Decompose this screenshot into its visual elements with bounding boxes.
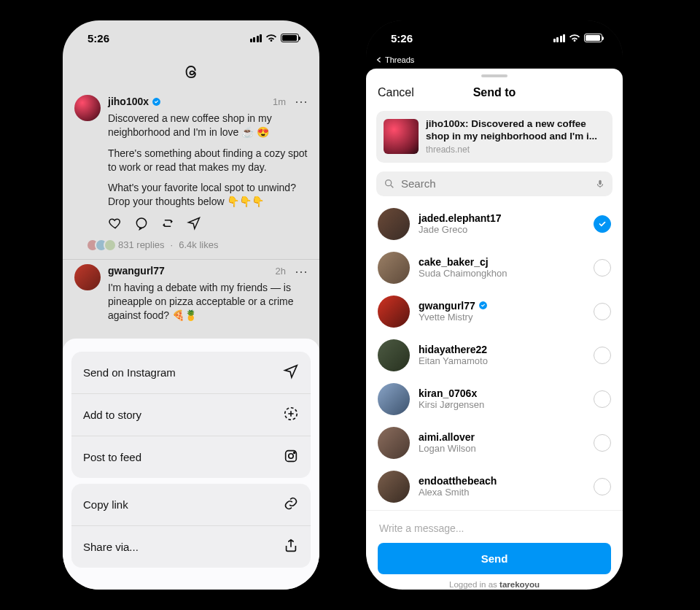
likes-count[interactable]: 6.4k likes bbox=[179, 239, 218, 252]
search-icon bbox=[384, 178, 395, 190]
logged-in-as: Logged in as tarekoyou bbox=[378, 574, 611, 590]
svg-point-5 bbox=[294, 452, 295, 454]
svg-point-4 bbox=[289, 454, 293, 458]
contact-row[interactable]: gwangurl77Yvette Mistry bbox=[366, 290, 623, 333]
select-radio[interactable] bbox=[594, 259, 611, 277]
select-radio[interactable] bbox=[594, 303, 611, 320]
select-radio[interactable] bbox=[594, 478, 611, 495]
svg-rect-7 bbox=[599, 180, 602, 185]
avatar bbox=[378, 296, 410, 328]
phone-threads: 5:26 jiho100x bbox=[63, 20, 319, 590]
avatar bbox=[378, 339, 410, 371]
cancel-button[interactable]: Cancel bbox=[378, 86, 414, 99]
grabber[interactable] bbox=[481, 74, 508, 77]
contact-fullname: Yvette Mistry bbox=[419, 312, 585, 323]
add-story-icon bbox=[283, 406, 299, 424]
link-icon bbox=[283, 495, 299, 514]
post-text: Discovered a new coffee shop in my neigh… bbox=[108, 112, 308, 209]
wifi-icon bbox=[569, 34, 580, 42]
search-input[interactable] bbox=[401, 177, 589, 190]
contact-fullname: Eitan Yamamoto bbox=[419, 355, 585, 367]
contact-fullname: Suda Chaimongkhon bbox=[419, 268, 585, 279]
svg-point-6 bbox=[386, 179, 392, 185]
status-bar: 5:26 bbox=[63, 20, 319, 55]
status-time: 5:26 bbox=[391, 32, 413, 45]
contact-username: cake_baker_cj bbox=[419, 256, 585, 269]
select-radio[interactable] bbox=[594, 215, 611, 233]
link-preview[interactable]: jiho100x: Discovered a new coffee shop i… bbox=[376, 111, 612, 163]
send-modal: Cancel Send to jiho100x: Discovered a ne… bbox=[366, 69, 623, 590]
battery-icon bbox=[281, 34, 299, 42]
post-text: I'm having a debate with my friends — is… bbox=[108, 281, 308, 323]
wifi-icon bbox=[265, 34, 277, 42]
select-radio[interactable] bbox=[594, 434, 611, 452]
avatar bbox=[378, 427, 410, 459]
phone-instagram-send: 5:26 Threads Cancel Send to bbox=[366, 20, 623, 590]
preview-thumb bbox=[384, 119, 419, 154]
contact-row[interactable]: jaded.elephant17Jade Greco bbox=[366, 202, 623, 246]
repost-icon[interactable] bbox=[160, 216, 175, 234]
post-time: 2h bbox=[276, 265, 286, 278]
avatar bbox=[378, 471, 410, 503]
contact-row[interactable]: endoatthebeachAlexa Smith bbox=[366, 465, 623, 509]
message-input[interactable]: Write a message... bbox=[378, 520, 611, 543]
share-system-icon bbox=[283, 538, 299, 556]
send-button[interactable]: Send bbox=[378, 543, 611, 574]
share-sheet: Send on Instagram Add to story Post to f… bbox=[63, 339, 319, 590]
contact-username: jaded.elephant17 bbox=[419, 212, 585, 225]
send-icon bbox=[283, 363, 299, 382]
contact-fullname: Logan Wilson bbox=[419, 443, 585, 455]
back-to-threads[interactable]: Threads bbox=[366, 55, 623, 67]
avatar[interactable] bbox=[74, 264, 101, 290]
verified-badge-icon bbox=[478, 301, 488, 310]
instagram-icon bbox=[283, 448, 299, 466]
contact-username: endoatthebeach bbox=[419, 475, 585, 487]
verified-badge-icon bbox=[152, 97, 161, 107]
reply-icon[interactable] bbox=[134, 216, 149, 234]
replies-count[interactable]: 831 replies bbox=[118, 239, 165, 252]
contact-username: aimi.allover bbox=[419, 431, 585, 444]
sheet-post-feed[interactable]: Post to feed bbox=[71, 436, 311, 478]
threads-logo-icon bbox=[63, 55, 319, 90]
search-field[interactable] bbox=[376, 171, 612, 196]
like-icon[interactable] bbox=[108, 216, 122, 234]
avatar[interactable] bbox=[74, 95, 101, 121]
avatar bbox=[378, 208, 410, 240]
contact-fullname: Alexa Smith bbox=[419, 487, 585, 498]
post-username[interactable]: gwangurl77 bbox=[108, 264, 165, 278]
contact-row[interactable]: cake_baker_cjSuda Chaimongkhon bbox=[366, 246, 623, 290]
post-username[interactable]: jiho100x bbox=[108, 95, 149, 109]
sheet-copy-link[interactable]: Copy link bbox=[71, 484, 311, 525]
thread-post: jiho100x 1m ⋯ Discovered a new coffee sh… bbox=[63, 90, 319, 259]
svg-point-1 bbox=[136, 218, 146, 228]
select-radio[interactable] bbox=[594, 347, 611, 364]
cellular-icon bbox=[250, 34, 262, 42]
preview-headline: jiho100x: Discovered a new coffee shop i… bbox=[426, 118, 605, 143]
cellular-icon bbox=[553, 34, 566, 42]
contact-username: kiran_0706x bbox=[419, 387, 585, 400]
sheet-add-story[interactable]: Add to story bbox=[71, 393, 311, 436]
status-time: 5:26 bbox=[88, 32, 109, 45]
contacts-list: jaded.elephant17Jade Grecocake_baker_cjS… bbox=[366, 201, 623, 510]
share-icon[interactable] bbox=[187, 216, 201, 234]
contact-username: hidayathere22 bbox=[419, 344, 585, 356]
avatar bbox=[378, 383, 410, 415]
contact-username: gwangurl77 bbox=[419, 300, 585, 312]
avatar bbox=[378, 252, 410, 284]
contact-fullname: Jade Greco bbox=[419, 224, 585, 236]
battery-icon bbox=[584, 34, 602, 42]
select-radio[interactable] bbox=[594, 390, 611, 408]
thread-post: gwangurl77 2h ⋯ I'm having a debate with… bbox=[63, 260, 319, 337]
contact-row[interactable]: hidayathere22Eitan Yamamoto bbox=[366, 333, 623, 377]
facepile[interactable] bbox=[86, 239, 112, 252]
contact-row[interactable]: kiran_0706xKirsi Jørgensen bbox=[366, 377, 623, 421]
sheet-share-via[interactable]: Share via... bbox=[71, 525, 311, 568]
contact-row[interactable]: aimi.alloverLogan Wilson bbox=[366, 421, 623, 465]
sheet-send-instagram[interactable]: Send on Instagram bbox=[71, 352, 311, 393]
post-time: 1m bbox=[273, 96, 286, 109]
contact-fullname: Kirsi Jørgensen bbox=[419, 399, 585, 411]
mic-icon[interactable] bbox=[595, 177, 605, 190]
preview-domain: threads.net bbox=[426, 144, 605, 155]
status-bar: 5:26 bbox=[366, 20, 623, 55]
